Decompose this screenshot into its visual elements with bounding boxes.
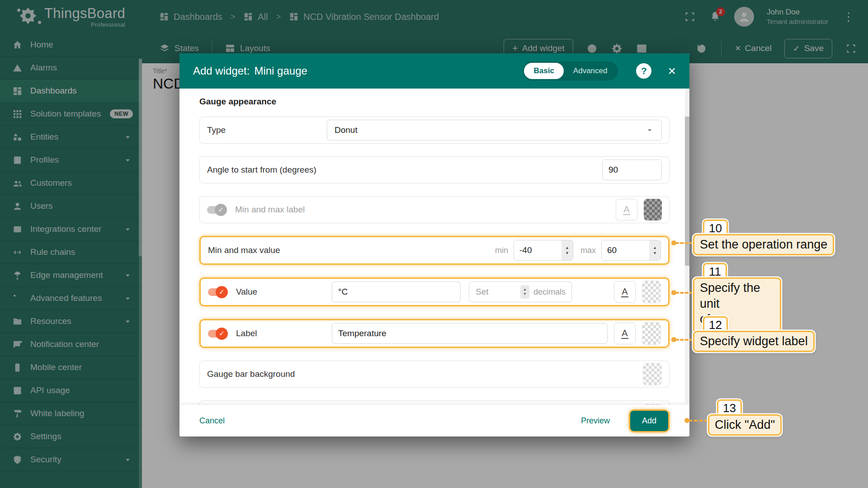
label-color-swatch[interactable]	[642, 322, 661, 345]
help-icon[interactable]: ?	[636, 63, 651, 79]
angle-input[interactable]	[602, 160, 662, 180]
decimals-stepper[interactable]: ▲▼	[520, 285, 529, 299]
add-button-highlight-ring: Add	[629, 409, 670, 432]
unit-input[interactable]	[332, 282, 461, 302]
minmax-label-font-button[interactable]: A	[616, 199, 637, 221]
minmax-label-row: ✓ Min and max label A	[199, 196, 670, 223]
minmax-value-label: Min and max value	[208, 245, 495, 255]
min-stepper[interactable]: ▲▼	[561, 240, 573, 260]
decimals-suffix: decimals	[533, 287, 566, 297]
max-stepper[interactable]: ▲▼	[649, 240, 660, 260]
minmax-label-toggle[interactable]: ✓	[207, 206, 226, 214]
decimals-input[interactable]: Set ▲▼ decimals	[469, 282, 572, 302]
callout-11-connector	[675, 292, 693, 294]
dialog-scrollbar	[685, 89, 689, 405]
dialog-header: Add widget: Mini gauge Basic Advanced ? …	[179, 53, 689, 89]
label-row: ✓ Label A	[199, 319, 670, 348]
settings-mode-toggle: Basic Advanced	[523, 61, 618, 80]
callout-12-text: Specify widget label	[693, 331, 815, 352]
max-label: max	[580, 246, 596, 255]
add-button[interactable]: Add	[630, 411, 668, 431]
angle-label: Angle to start from (degrees)	[207, 165, 602, 175]
type-row: Type Donut	[199, 117, 670, 144]
type-label: Type	[207, 125, 327, 135]
value-font-button[interactable]: A	[614, 281, 636, 303]
preview-button[interactable]: Preview	[581, 416, 610, 426]
minmax-label-label: Min and max label	[235, 205, 331, 215]
minmax-value-row: Min and max value min ▲▼ max ▲▼	[199, 236, 670, 265]
min-value-input[interactable]: ▲▼	[514, 240, 573, 261]
dialog-body: Gauge appearance Type Donut Angle to sta…	[179, 89, 689, 405]
callout-12-connector	[675, 339, 693, 341]
gauge-bar-background-swatch[interactable]	[643, 363, 662, 385]
max-value-input[interactable]: ▲▼	[601, 240, 661, 261]
value-toggle[interactable]: ✓	[208, 288, 227, 296]
thingsboard-app: ThingsBoard Professional Dashboards > Al…	[0, 0, 868, 488]
add-widget-dialog: Add widget: Mini gauge Basic Advanced ? …	[179, 53, 689, 436]
callout-11-dot	[671, 290, 676, 295]
gauge-bar-background-row: Gauge bar background	[199, 361, 670, 388]
chevron-down-icon	[645, 126, 654, 135]
callout-13-dot	[684, 418, 689, 423]
label-font-button[interactable]: A	[614, 323, 636, 344]
callout-10-text: Set the operation range	[693, 234, 834, 255]
label-input[interactable]	[332, 323, 608, 344]
tab-basic[interactable]: Basic	[524, 63, 563, 79]
dialog-footer: Cancel Preview Add	[179, 405, 689, 436]
callout-13-text: Click "Add"	[708, 414, 782, 436]
gauge-bar-background-label: Gauge bar background	[207, 369, 643, 379]
callout-10-dot	[671, 240, 676, 245]
label-label: Label	[236, 328, 332, 338]
type-select[interactable]: Donut	[327, 120, 662, 141]
tab-advanced[interactable]: Advanced	[564, 63, 617, 79]
callout-12-dot	[671, 337, 676, 342]
angle-row: Angle to start from (degrees)	[199, 156, 670, 183]
section-heading: Gauge appearance	[199, 97, 670, 107]
value-label: Value	[236, 287, 332, 297]
partially-visible-row	[199, 400, 670, 405]
dialog-cancel-button[interactable]: Cancel	[199, 416, 225, 426]
callout-10-connector	[675, 242, 693, 244]
close-dialog-icon[interactable]: ×	[668, 64, 676, 78]
label-toggle[interactable]: ✓	[208, 330, 227, 338]
value-color-swatch[interactable]	[642, 281, 661, 303]
dialog-title: Add widget: Mini gauge	[193, 65, 307, 77]
value-row: ✓ Value Set ▲▼ decimals A	[199, 277, 670, 306]
minmax-label-color-swatch[interactable]	[644, 199, 662, 221]
callout-13-connector	[689, 420, 708, 422]
min-label: min	[495, 246, 508, 255]
